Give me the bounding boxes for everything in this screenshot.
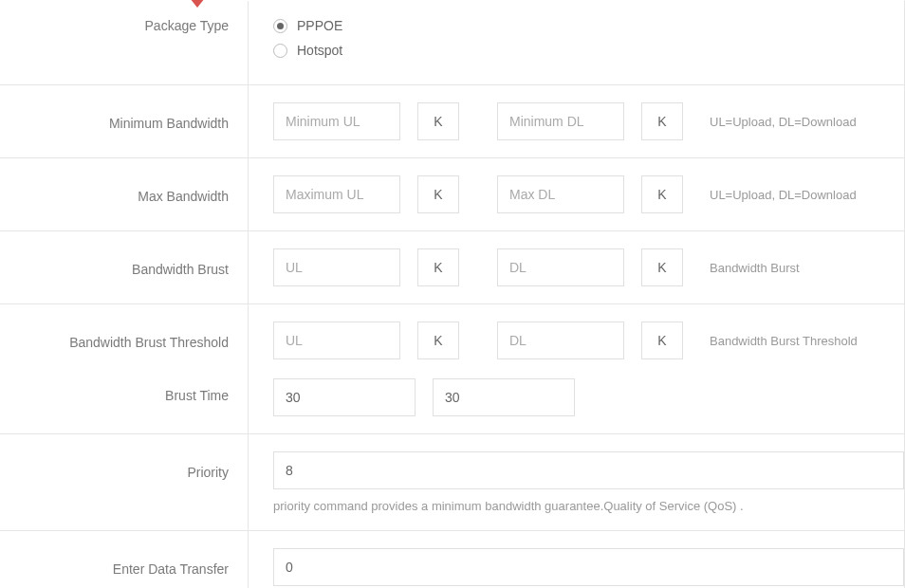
brust-ul-unit[interactable] <box>417 248 459 286</box>
label-package-type: Package Type <box>0 1 249 84</box>
min-bw-ul-unit[interactable] <box>417 102 459 140</box>
max-bw-ul-unit[interactable] <box>417 175 459 213</box>
radio-label-pppoe: PPPOE <box>297 18 342 33</box>
max-bw-dl-unit[interactable] <box>641 175 683 213</box>
brust-time-1-input[interactable] <box>273 378 416 416</box>
radio-option-hotspot[interactable]: Hotspot <box>273 43 891 58</box>
label-priority: Priority <box>0 434 249 530</box>
priority-input[interactable] <box>273 451 904 489</box>
brust-th-dl-input[interactable] <box>497 322 624 359</box>
caret-indicator <box>190 0 205 8</box>
label-brust-threshold: Bandwidth Brust Threshold <box>0 304 249 377</box>
label-max-bandwidth: Max Bandwidth <box>0 158 249 230</box>
label-min-bandwidth: Minimum Bandwidth <box>0 85 249 157</box>
brust-th-dl-unit[interactable] <box>641 322 683 359</box>
form-container: Package Type PPPOE Hotspot Minimum Bandw… <box>0 0 905 588</box>
brust-ul-input[interactable] <box>273 248 400 286</box>
radio-checked-icon <box>273 19 287 33</box>
brust-dl-input[interactable] <box>497 248 624 286</box>
brust-hint: Bandwidth Burst <box>710 261 800 275</box>
label-brust-time: Brust Time <box>0 377 249 433</box>
min-bw-dl-unit[interactable] <box>641 102 683 140</box>
brust-th-ul-unit[interactable] <box>417 322 459 359</box>
data-transfer-input[interactable] <box>273 548 904 586</box>
brust-th-ul-input[interactable] <box>273 322 400 359</box>
min-bw-ul-input[interactable] <box>273 102 400 140</box>
radio-unchecked-icon <box>273 44 287 58</box>
brust-dl-unit[interactable] <box>641 248 683 286</box>
min-bw-hint: UL=Upload, DL=Download <box>710 115 857 129</box>
max-bw-dl-input[interactable] <box>497 175 624 213</box>
label-data-transfer: Enter Data Transfer <box>0 531 249 588</box>
max-bw-hint: UL=Upload, DL=Download <box>710 188 857 202</box>
priority-hint: priority command provides a minimum band… <box>273 499 904 513</box>
min-bw-dl-input[interactable] <box>497 102 624 140</box>
radio-option-pppoe[interactable]: PPPOE <box>273 18 891 33</box>
label-brust: Bandwidth Brust <box>0 231 249 303</box>
brust-th-hint: Bandwidth Burst Threshold <box>710 334 858 348</box>
max-bw-ul-input[interactable] <box>273 175 400 213</box>
brust-time-2-input[interactable] <box>433 378 575 416</box>
radio-label-hotspot: Hotspot <box>297 43 342 58</box>
